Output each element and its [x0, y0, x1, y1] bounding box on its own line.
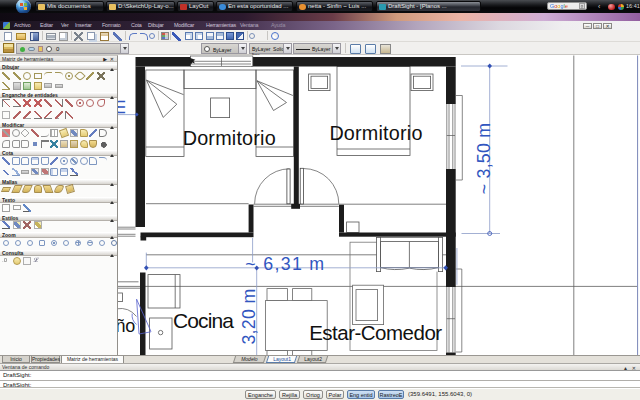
- svg-text:m: m: [118, 100, 129, 115]
- svg-text:Cocina: Cocina: [173, 309, 234, 332]
- svg-text:~ 3,50 m: ~ 3,50 m: [474, 123, 494, 194]
- svg-text:Estar-Comedor: Estar-Comedor: [309, 321, 442, 344]
- svg-text:~ 6,31 m: ~ 6,31 m: [245, 254, 325, 274]
- svg-text:Dormitorio: Dormitorio: [329, 122, 422, 144]
- svg-text:ño: ño: [118, 316, 135, 336]
- svg-text:3,20 m: 3,20 m: [239, 288, 259, 344]
- svg-text:Dormitorio: Dormitorio: [183, 127, 276, 149]
